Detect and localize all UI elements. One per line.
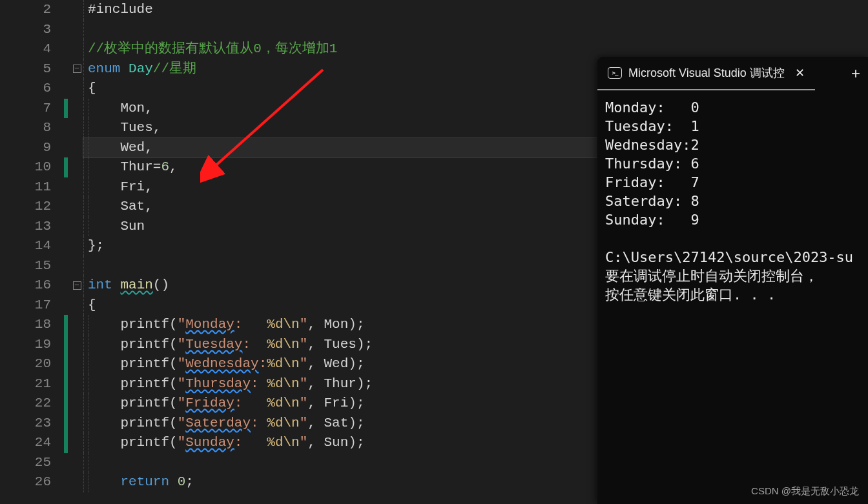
editor-margin bbox=[0, 0, 16, 504]
line-number: 15 bbox=[16, 256, 64, 276]
line-number: 5 bbox=[16, 59, 64, 79]
modification-mark bbox=[64, 414, 70, 434]
modification-mark bbox=[64, 0, 70, 20]
modification-mark bbox=[64, 236, 70, 256]
fold-toggle bbox=[70, 394, 83, 414]
modification-bar bbox=[64, 0, 70, 504]
fold-toggle bbox=[70, 453, 83, 473]
console-icon bbox=[608, 67, 622, 79]
line-number: 4 bbox=[16, 39, 64, 59]
add-tab-button[interactable]: + bbox=[851, 65, 860, 83]
line-number: 24 bbox=[16, 433, 64, 453]
line-number: 25 bbox=[16, 453, 64, 473]
modification-mark bbox=[64, 177, 70, 197]
line-number: 10 bbox=[16, 157, 64, 177]
line-number: 3 bbox=[16, 20, 64, 40]
code-line[interactable]: #include bbox=[83, 0, 868, 20]
fold-toggle bbox=[70, 39, 83, 59]
fold-toggle bbox=[70, 177, 83, 197]
line-number: 22 bbox=[16, 394, 64, 414]
line-number: 19 bbox=[16, 335, 64, 355]
fold-toggle bbox=[70, 138, 83, 158]
fold-toggle bbox=[70, 20, 83, 40]
modification-mark bbox=[64, 256, 70, 276]
line-number: 26 bbox=[16, 472, 64, 492]
line-number: 11 bbox=[16, 177, 64, 197]
modification-mark bbox=[64, 39, 70, 59]
fold-toggle bbox=[70, 118, 83, 138]
modification-mark bbox=[64, 157, 70, 177]
modification-mark bbox=[64, 472, 70, 492]
fold-toggle bbox=[70, 217, 83, 237]
code-line[interactable]: //枚举中的数据有默认值从0，每次增加1 bbox=[83, 39, 868, 59]
modification-mark bbox=[64, 453, 70, 473]
fold-toggle bbox=[70, 79, 83, 99]
line-number: 7 bbox=[16, 99, 64, 119]
modification-mark bbox=[64, 197, 70, 217]
line-number: 18 bbox=[16, 315, 64, 335]
fold-toggle bbox=[70, 335, 83, 355]
modification-mark bbox=[64, 138, 70, 158]
fold-toggle bbox=[70, 414, 83, 434]
modification-mark bbox=[64, 99, 70, 119]
fold-toggle[interactable]: − bbox=[70, 59, 83, 79]
line-number: 16 bbox=[16, 276, 64, 296]
fold-toggle bbox=[70, 99, 83, 119]
modification-mark bbox=[64, 217, 70, 237]
line-number: 21 bbox=[16, 374, 64, 394]
terminal-panel: Microsoft Visual Studio 调试控 ✕ + Monday: … bbox=[597, 57, 868, 504]
fold-toggle bbox=[70, 197, 83, 217]
line-number-gutter: 2345678910111213141516171819202122232425… bbox=[16, 0, 64, 504]
terminal-tab-title: Microsoft Visual Studio 调试控 bbox=[628, 65, 785, 81]
modification-mark bbox=[64, 394, 70, 414]
modification-mark bbox=[64, 374, 70, 394]
line-number: 9 bbox=[16, 138, 64, 158]
modification-mark bbox=[64, 79, 70, 99]
fold-toggle bbox=[70, 433, 83, 453]
terminal-tab-bar: Microsoft Visual Studio 调试控 ✕ + bbox=[597, 57, 868, 90]
modification-mark bbox=[64, 276, 70, 296]
modification-mark bbox=[64, 59, 70, 79]
fold-toggle bbox=[70, 354, 83, 374]
line-number: 20 bbox=[16, 354, 64, 374]
line-number: 6 bbox=[16, 79, 64, 99]
fold-toggle bbox=[70, 157, 83, 177]
line-number: 2 bbox=[16, 0, 64, 20]
fold-toggle bbox=[70, 296, 83, 316]
fold-toggle bbox=[70, 0, 83, 20]
modification-mark bbox=[64, 354, 70, 374]
modification-mark bbox=[64, 296, 70, 316]
fold-column[interactable]: −− bbox=[70, 0, 83, 504]
code-line[interactable] bbox=[83, 20, 868, 40]
watermark: CSDN @我是无敌小恐龙 bbox=[751, 485, 859, 498]
line-number: 14 bbox=[16, 236, 64, 256]
line-number: 13 bbox=[16, 217, 64, 237]
modification-mark bbox=[64, 20, 70, 40]
modification-mark bbox=[64, 315, 70, 335]
fold-toggle bbox=[70, 236, 83, 256]
line-number: 12 bbox=[16, 197, 64, 217]
modification-mark bbox=[64, 433, 70, 453]
fold-toggle bbox=[70, 315, 83, 335]
fold-toggle bbox=[70, 472, 83, 492]
fold-toggle bbox=[70, 256, 83, 276]
modification-mark bbox=[64, 118, 70, 138]
fold-toggle[interactable]: − bbox=[70, 276, 83, 296]
close-icon[interactable]: ✕ bbox=[795, 66, 805, 80]
terminal-tab[interactable]: Microsoft Visual Studio 调试控 ✕ bbox=[597, 57, 815, 90]
terminal-output[interactable]: Monday: 0 Tuesday: 1 Wednesday:2 Thursda… bbox=[597, 90, 868, 504]
line-number: 8 bbox=[16, 118, 64, 138]
fold-toggle bbox=[70, 374, 83, 394]
line-number: 23 bbox=[16, 414, 64, 434]
modification-mark bbox=[64, 335, 70, 355]
line-number: 17 bbox=[16, 296, 64, 316]
